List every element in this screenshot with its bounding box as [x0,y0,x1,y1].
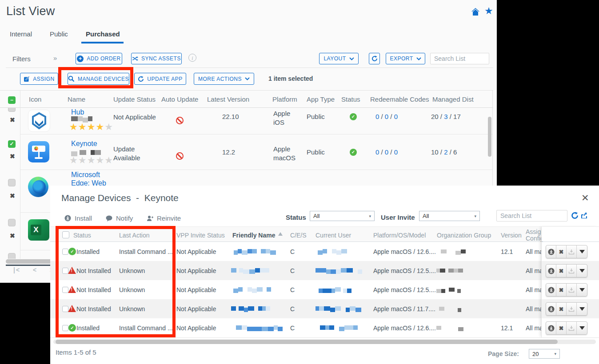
row-separator [20,170,492,170]
platform-os-model-cell: Apple macOS / 12.5.... [373,267,436,274]
row-more-dropdown[interactable] [577,245,587,258]
column-header-managed-dist[interactable]: Managed Dist [432,95,474,103]
row-more-dropdown[interactable] [577,303,587,315]
modal-column-header-friendly-name[interactable]: Friendly Name [232,232,275,239]
user-invite-filter-select[interactable]: All ▾ [419,211,480,221]
redeemable-codes-cell[interactable]: 0 / 0 / 0 [375,113,398,120]
row-install-button[interactable] [546,265,556,277]
column-header-app-type[interactable]: App Type [307,95,335,103]
sort-asc-icon[interactable] [278,232,283,236]
modal-h-scrollbar-thumb[interactable] [56,340,558,344]
redacted-text [315,306,361,312]
row-actions-panel-header-cover [542,227,599,241]
auto-update-blocked-icon [176,152,184,160]
select-all-checkbox[interactable]: – [8,96,16,104]
row-checkbox[interactable]: ✓ [8,140,16,148]
modal-column-header-vpp-invite-status[interactable]: VPP Invite Status [176,232,225,239]
all-managed-link[interactable]: All managed [526,248,541,255]
row-install-button[interactable] [546,322,556,334]
modal-table-bottom-border [50,337,599,338]
edge-app-icon [28,177,48,197]
latest-version-cell: 22.10 [222,113,239,120]
column-header-platform[interactable]: Platform [272,95,297,103]
row-push-button-disabled[interactable] [567,245,577,258]
row-remove-button[interactable]: ✖ [556,265,567,277]
redacted-text [315,249,351,255]
column-header-name[interactable]: Name [68,95,85,103]
column-header-status[interactable]: Status [341,95,360,103]
modal-export-icon[interactable] [581,212,588,219]
redacted-text [315,325,358,331]
redeemable-codes-cell[interactable]: 0 / 0 / 0 [375,148,398,156]
page-size-select[interactable]: 20 ▾ [529,349,560,359]
all-managed-link[interactable]: All managed [526,267,541,274]
vpp-invite-status-cell: Not Applicable [176,324,216,332]
row-remove-icon[interactable]: ✖ [10,153,15,160]
annotation-box-manage-devices [58,67,133,88]
row-install-button[interactable] [546,284,556,296]
row-checkbox[interactable] [8,179,16,186]
ces-cell: C [290,286,295,293]
managed-distribution-cell[interactable]: 20 / 3 / 17 [431,113,461,120]
modal-search-input[interactable] [496,210,567,222]
status-ok-icon: ✓ [350,113,357,120]
all-managed-link[interactable]: All managed [526,286,541,293]
column-header-update-status[interactable]: Update Status [113,95,156,103]
keynote-app-icon [28,141,49,162]
modal-close-icon[interactable]: ✕ [581,193,589,203]
row-push-button-disabled[interactable] [567,284,577,296]
page-prev-icon[interactable]: < [33,266,37,273]
row-push-button-disabled[interactable] [567,303,577,315]
modal-title: Manage Devices - Keynote [61,193,179,203]
row-more-dropdown[interactable] [577,322,587,334]
vpp-invite-status-cell: Not Applicable [176,305,216,313]
row-remove-button[interactable]: ✖ [556,303,567,315]
main-v-scrollbar-thumb[interactable] [488,117,491,157]
row-remove-icon[interactable]: ✖ [10,232,15,239]
column-header-auto-update[interactable]: Auto Update [161,95,198,103]
all-managed-link[interactable]: All managed [526,305,541,313]
redacted-text [436,325,463,331]
row-push-button-disabled[interactable] [567,322,577,334]
update-status-cell: Not Applicable [113,113,156,122]
managed-distribution-cell[interactable]: 10 / 2 / 6 [431,148,457,156]
column-header-redeemable-codes[interactable]: Redeemable Codes [370,95,429,103]
row-remove-button[interactable]: ✖ [556,284,567,296]
modal-refresh-icon[interactable] [571,212,579,219]
row-actions-panel [541,226,599,337]
row-action-group: ✖ [546,321,587,335]
app-name-link[interactable]: Keynote [71,140,97,148]
modal-column-header-current-user[interactable]: Current User [315,232,351,239]
status-filter-select[interactable]: All ▾ [310,211,375,221]
modal-column-header-c-e-s[interactable]: C/E/S [290,232,307,239]
column-header-latest-version[interactable]: Latest Version [207,95,249,103]
app-name-link[interactable]: Hub [71,108,84,116]
row-checkbox[interactable] [8,219,16,226]
install-button[interactable]: Install [64,214,92,222]
chevron-down-icon: ▾ [474,214,476,218]
vpp-invite-status-cell: Not Applicable [176,267,216,274]
row-remove-button[interactable]: ✖ [556,245,567,258]
pagination[interactable]: |< < > [13,266,54,273]
redacted-text [436,287,461,293]
modal-column-header-organization-group[interactable]: Organization Group [437,232,491,239]
reinvite-button[interactable]: Reinvite [147,214,181,222]
row-more-dropdown[interactable] [577,284,587,296]
row-install-button[interactable] [546,303,556,315]
notify-button[interactable]: Notify [106,214,133,222]
row-push-button-disabled[interactable] [567,265,577,277]
row-remove-icon[interactable]: ✖ [10,192,15,199]
redacted-text [231,268,276,274]
row-remove-icon[interactable]: ✖ [10,116,15,123]
rating-stars: ★★★★★ [69,122,113,132]
row-more-dropdown[interactable] [577,265,587,277]
column-header-icon[interactable]: Icon [29,95,41,103]
page-first-icon[interactable]: |< [13,266,20,273]
row-install-button[interactable] [546,245,556,258]
redacted-text [231,287,271,293]
modal-column-header-platform-os-model[interactable]: Platform/OS/Model [373,232,426,239]
modal-column-header-version[interactable]: Version [501,232,522,239]
app-name-link[interactable]: MicrosoftEdge: Web [71,170,106,187]
all-managed-link[interactable]: All managed [526,324,541,332]
row-remove-button[interactable]: ✖ [556,322,567,334]
